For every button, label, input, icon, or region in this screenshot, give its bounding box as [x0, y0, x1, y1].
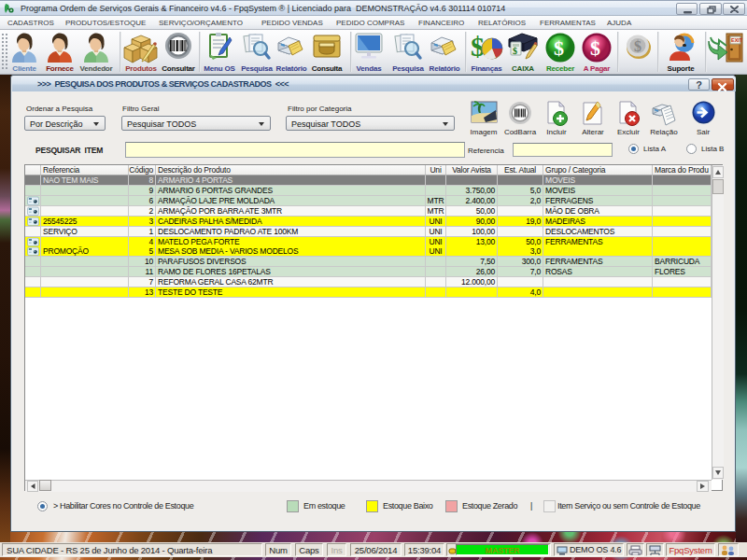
svg-text:EXIT: EXIT — [731, 37, 743, 43]
svg-text:$: $ — [634, 38, 641, 54]
svg-text:$: $ — [590, 36, 600, 60]
svg-text:$: $ — [554, 36, 564, 60]
svg-text:$: $ — [513, 46, 517, 56]
